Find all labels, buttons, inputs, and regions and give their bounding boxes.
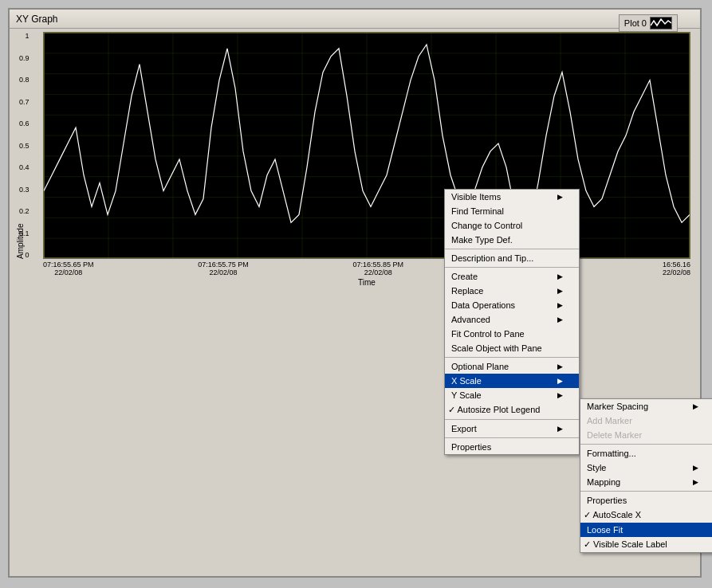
submenu-arrow-style: ▶	[693, 464, 698, 472]
x-axis-area: 07:16:55.65 PM22/02/08 07:16:55.75 PM22/…	[43, 261, 690, 292]
separator-xscale-1	[580, 444, 712, 445]
menu-item-optional-plane[interactable]: Optional Plane ▶	[445, 359, 579, 374]
submenu-arrow-y-scale: ▶	[557, 391, 563, 399]
separator-3	[445, 357, 579, 358]
submenu-arrow-export: ▶	[557, 425, 563, 433]
x-axis-label: Time	[43, 278, 690, 287]
menu-item-formatting[interactable]: Formatting...	[580, 446, 712, 461]
plot-line-icon	[650, 17, 672, 29]
menu-item-loose-fit[interactable]: Loose Fit	[580, 523, 712, 537]
graph-area	[43, 32, 690, 259]
separator-xscale-2	[580, 491, 712, 492]
submenu-arrow-mapping: ▶	[693, 478, 698, 486]
menu-item-export[interactable]: Export ▶	[445, 421, 579, 436]
context-menu-primary: Visible Items ▶ Find Terminal Change to …	[444, 189, 580, 455]
submenu-arrow-optional-plane: ▶	[557, 363, 563, 370]
x-tick-2: 07:16:55.75 PM22/02/08	[198, 261, 249, 276]
menu-item-add-marker[interactable]: Add Marker	[580, 414, 712, 428]
menu-item-data-operations[interactable]: Data Operations ▶	[445, 298, 579, 312]
menu-item-x-scale[interactable]: X Scale ▶	[445, 374, 579, 388]
submenu-arrow-marker-spacing: ▶	[693, 402, 698, 410]
menu-item-visible-scale-label[interactable]: ✓ Visible Scale Label	[580, 537, 712, 552]
y-ticks: 1 0.9 0.8 0.7 0.6 0.5 0.4 0.3 0.2 0.1 0	[19, 32, 30, 259]
title-bar: XY Graph	[10, 10, 700, 29]
submenu-arrow-advanced: ▶	[557, 316, 563, 323]
menu-item-description-tip[interactable]: Description and Tip...	[445, 251, 579, 265]
menu-item-properties[interactable]: Properties	[445, 440, 579, 454]
window-title: XY Graph	[16, 14, 57, 25]
submenu-arrow-replace: ▶	[557, 287, 563, 295]
menu-item-make-type-def[interactable]: Make Type Def.	[445, 233, 579, 247]
menu-item-fit-control[interactable]: Fit Control to Pane	[445, 327, 579, 341]
menu-item-find-terminal[interactable]: Find Terminal	[445, 204, 579, 218]
menu-item-scale-object[interactable]: Scale Object with Pane	[445, 341, 579, 355]
menu-item-create[interactable]: Create ▶	[445, 269, 579, 284]
submenu-arrow-create: ▶	[557, 272, 563, 280]
separator-4	[445, 419, 579, 420]
menu-item-autosize-plot[interactable]: ✓ Autosize Plot Legend	[445, 402, 579, 417]
menu-item-y-scale[interactable]: Y Scale ▶	[445, 388, 579, 402]
separator-2	[445, 267, 579, 268]
menu-item-change-to-control[interactable]: Change to Control	[445, 218, 579, 233]
menu-item-visible-items[interactable]: Visible Items ▶	[445, 190, 579, 204]
menu-item-delete-marker[interactable]: Delete Marker	[580, 428, 712, 442]
submenu-arrow-data-ops: ▶	[557, 301, 563, 309]
x-tick-1: 07:16:55.65 PM22/02/08	[43, 261, 94, 276]
separator-5	[445, 437, 579, 438]
menu-item-properties-x[interactable]: Properties	[580, 493, 712, 508]
plot-indicator: Plot 0	[619, 14, 678, 32]
main-window: XY Graph Amplitude 1 0.9 0.8 0.7 0.6 0.5…	[8, 8, 702, 578]
x-ticks: 07:16:55.65 PM22/02/08 07:16:55.75 PM22/…	[43, 261, 690, 276]
x-tick-3: 07:16:55.85 PM22/02/08	[352, 261, 403, 276]
separator-1	[445, 249, 579, 249]
menu-item-marker-spacing[interactable]: Marker Spacing ▶	[580, 399, 712, 414]
menu-item-style[interactable]: Style ▶	[580, 461, 712, 475]
plot-label: Plot 0	[624, 18, 647, 28]
menu-item-mapping[interactable]: Mapping ▶	[580, 475, 712, 489]
x-tick-5: 16:56.1622/02/08	[663, 261, 690, 276]
menu-item-replace[interactable]: Replace ▶	[445, 284, 579, 298]
submenu-arrow-x-scale: ▶	[557, 377, 563, 385]
submenu-arrow: ▶	[557, 193, 563, 201]
menu-item-autoscale-x[interactable]: ✓ AutoScale X	[580, 508, 712, 523]
context-menu-xscale: Marker Spacing ▶ Add Marker Delete Marke…	[580, 398, 712, 553]
menu-item-advanced[interactable]: Advanced ▶	[445, 312, 579, 327]
